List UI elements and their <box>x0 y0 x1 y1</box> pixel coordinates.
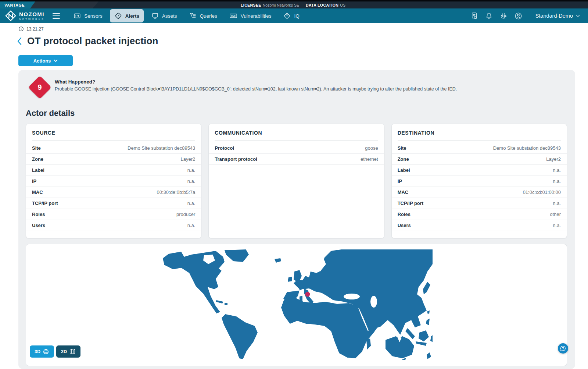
row-value: Layer2 <box>181 156 196 162</box>
row-label: Transport protocol <box>215 156 257 162</box>
row-label: Zone <box>32 156 43 162</box>
detail-row: TCP/IP port n.a. <box>26 198 201 209</box>
row-label: TCP/IP port <box>398 201 424 206</box>
divider <box>398 140 561 141</box>
row-label: Site <box>32 145 41 151</box>
detail-row: MAC 00:30:de:0b:b5:7a <box>26 187 201 198</box>
row-value: other <box>550 212 561 217</box>
row-label: IP <box>398 178 402 184</box>
account-menu[interactable]: Standard-Demo <box>535 13 580 19</box>
communication-card-title: COMMUNICATION <box>209 124 384 140</box>
row-value: 00:30:de:0b:b5:7a <box>157 189 196 195</box>
license-info: LICENSEENozomi Networks SE DATA LOCATION… <box>241 1 345 8</box>
help-icon <box>559 345 567 352</box>
alerts-icon <box>114 12 122 20</box>
detail-row: Users n.a. <box>392 220 567 231</box>
nav-item-vulnerabilities[interactable]: CVE Vulnerabilities <box>225 9 276 22</box>
alert-timestamp: 13:21:27 <box>26 26 44 32</box>
map-3d-label: 3D <box>35 349 40 354</box>
alert-location-marker[interactable] <box>305 292 310 297</box>
audit-report-icon[interactable] <box>470 12 478 20</box>
detail-row: Transport protocol ethernet <box>209 154 384 165</box>
page-title: OT protocol packet injection <box>27 35 158 47</box>
row-value: n.a. <box>553 223 561 228</box>
cve-icon: CVE <box>229 12 238 20</box>
settings-gear-icon[interactable] <box>499 12 508 20</box>
detail-row: Zone Layer2 <box>392 154 567 165</box>
nav-label: Queries <box>200 13 217 19</box>
row-label: MAC <box>32 189 43 195</box>
destination-card-rows: Site Demo Site substation dec89543 Zone … <box>392 143 567 231</box>
nav-divider <box>529 11 529 21</box>
communication-card: COMMUNICATION Protocol goose Transport p… <box>208 124 384 238</box>
destination-card-title: DESTINATION <box>392 124 567 140</box>
nav-item-iq[interactable]: IQ <box>279 9 304 22</box>
nav-label: Vulnerabilities <box>241 13 272 19</box>
map-2d-button[interactable]: 2D <box>56 345 80 358</box>
timestamp-row: 13:21:27 <box>18 26 44 32</box>
row-label: Users <box>32 223 45 228</box>
sensors-icon <box>73 12 81 20</box>
row-label: Roles <box>32 212 45 217</box>
logo-line2: NETWORKS <box>19 18 44 21</box>
detail-row: Users n.a. <box>26 220 201 231</box>
map-view-toggle: 3D 2D <box>30 345 80 358</box>
detail-row: Label n.a. <box>26 165 201 176</box>
detail-row: Site Demo Site substation dec89543 <box>392 143 567 154</box>
what-happened-description: Probable GOOSE injection (GOOSE Control … <box>55 86 457 92</box>
navbar-right: Standard-Demo <box>470 11 580 21</box>
destination-card: DESTINATION Site Demo Site substation de… <box>391 124 567 238</box>
notifications-bell-icon[interactable] <box>485 12 493 20</box>
folded-map-icon <box>69 348 76 355</box>
nav-item-sensors[interactable]: Sensors <box>69 9 107 22</box>
what-happened-heading: What Happened? <box>55 79 457 85</box>
divider <box>215 140 378 141</box>
detail-row: IP n.a. <box>392 176 567 187</box>
row-value: n.a. <box>187 178 196 184</box>
row-label: TCP/IP port <box>32 201 58 206</box>
data-location: DATA LOCATIONUS <box>306 3 345 7</box>
help-button[interactable] <box>558 343 568 354</box>
utility-bar: VANTAGE LICENSEENozomi Networks SE DATA … <box>0 1 588 8</box>
detail-row: Zone Layer2 <box>26 154 201 165</box>
account-icon[interactable] <box>514 12 523 20</box>
svg-text:CVE: CVE <box>231 15 236 17</box>
row-value: n.a. <box>553 201 561 206</box>
world-map[interactable] <box>161 249 433 360</box>
chevron-down-icon <box>54 59 58 62</box>
nozomi-logo-icon <box>5 10 16 21</box>
map-3d-button[interactable]: 3D <box>30 345 54 358</box>
row-label: Zone <box>398 156 409 162</box>
detail-row: Label n.a. <box>392 165 567 176</box>
nav-item-assets[interactable]: Assets <box>147 9 182 22</box>
row-value: Demo Site substation dec89543 <box>493 145 561 151</box>
alert-detail-panel: 9 What Happened? Probable GOOSE injectio… <box>18 70 575 369</box>
data-location-value: US <box>340 3 345 7</box>
row-value: n.a. <box>187 167 196 173</box>
nav-item-alerts[interactable]: Alerts <box>110 9 144 22</box>
licensee: LICENSEENozomi Networks SE <box>241 3 299 7</box>
row-label: Protocol <box>215 145 234 151</box>
actions-label: Actions <box>33 58 51 64</box>
row-value: goose <box>365 145 378 151</box>
globe-icon <box>43 348 49 355</box>
vantage-brand-badge: VANTAGE <box>0 1 35 8</box>
actor-details-heading: Actor details <box>26 109 567 118</box>
nozomi-logo[interactable]: NOZOMI NETWORKS <box>5 10 44 21</box>
nav-label: Assets <box>162 13 177 19</box>
detail-row: TCP/IP port n.a. <box>392 198 567 209</box>
source-card: SOURCE Site Demo Site substation dec8954… <box>26 124 201 238</box>
row-label: Label <box>398 167 410 173</box>
row-value: n.a. <box>553 178 561 184</box>
geolocation-map-card: 3D 2D <box>26 244 567 366</box>
detail-row: Protocol goose <box>209 143 384 154</box>
nav-item-queries[interactable]: Queries <box>184 9 222 22</box>
row-value: n.a. <box>553 167 561 173</box>
row-label: Site <box>398 145 406 151</box>
what-happened-text: What Happened? Probable GOOSE injection … <box>55 75 457 92</box>
what-happened-section: 9 What Happened? Probable GOOSE injectio… <box>26 75 567 99</box>
actions-button[interactable]: Actions <box>18 55 73 66</box>
menu-hamburger-icon[interactable] <box>53 13 60 18</box>
iq-icon <box>283 12 291 20</box>
back-chevron-icon[interactable] <box>17 37 22 46</box>
